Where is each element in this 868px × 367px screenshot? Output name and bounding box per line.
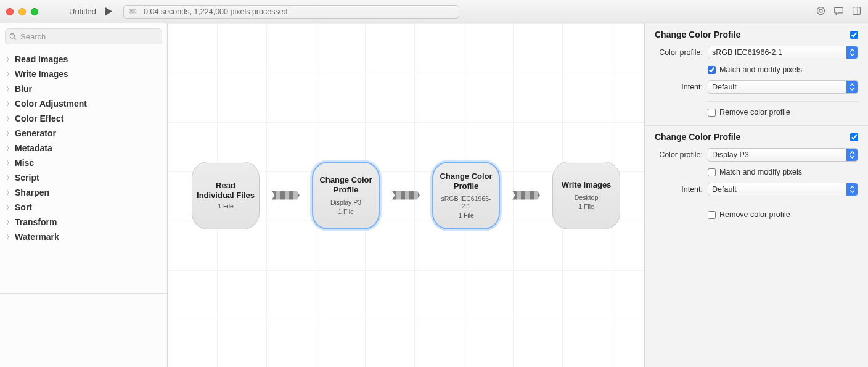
connector: [512, 191, 540, 200]
intent-value: Default: [712, 185, 737, 194]
intent-value: Default: [712, 83, 737, 91]
comment-icon[interactable]: [833, 6, 844, 18]
category-label: Metadata: [15, 143, 52, 153]
workflow-graph: Read Individual Files 1 File Change Colo…: [168, 23, 644, 367]
zoom-window-button[interactable]: [31, 8, 38, 15]
category-item[interactable]: 〉 Color Adjustment: [0, 96, 167, 111]
inspector-divider: [708, 204, 858, 204]
category-label: Blur: [15, 84, 32, 94]
search-box[interactable]: [5, 28, 162, 44]
category-label: Script: [15, 173, 39, 183]
workflow-node[interactable]: Change Color Profile Display P3 1 File: [312, 162, 380, 229]
category-label: Sort: [15, 202, 32, 212]
category-label: Sharpen: [15, 188, 49, 197]
dropdown-arrow-icon: [846, 183, 858, 196]
workflow-canvas[interactable]: Read Individual Files 1 File Change Colo…: [168, 23, 645, 367]
connector: [272, 191, 300, 200]
match-pixels-checkbox[interactable]: Match and modify pixels: [708, 65, 802, 74]
search-input[interactable]: [20, 32, 158, 41]
chevron-right-icon: 〉: [6, 144, 12, 153]
inspector-toggle-icon[interactable]: [851, 6, 862, 18]
node-count: 1 File: [578, 203, 594, 210]
category-label: Watermark: [15, 232, 59, 242]
remove-profile-checkbox[interactable]: Remove color profile: [708, 108, 790, 117]
category-item[interactable]: 〉 Transform: [0, 215, 167, 229]
play-icon: [105, 7, 113, 15]
minimize-window-button[interactable]: [18, 8, 26, 15]
connector: [392, 191, 420, 200]
workflow-node[interactable]: Read Individual Files 1 File: [192, 162, 260, 229]
node-count: 1 File: [218, 202, 234, 210]
profile-label: Color profile:: [655, 48, 703, 57]
category-label: Misc: [15, 158, 34, 168]
remove-profile-label: Remove color profile: [719, 210, 790, 219]
category-item[interactable]: 〉 Generator: [0, 126, 167, 141]
color-profile-select[interactable]: sRGB IEC61966-2.1: [708, 46, 858, 59]
remove-profile-checkbox[interactable]: Remove color profile: [708, 210, 790, 219]
run-button[interactable]: [102, 6, 115, 18]
chevron-right-icon: 〉: [6, 218, 12, 227]
category-item[interactable]: 〉 Watermark: [0, 229, 167, 244]
chevron-right-icon: 〉: [6, 203, 12, 212]
chevron-right-icon: 〉: [6, 99, 12, 109]
inspector-section: Change Color Profile Color profile: Disp…: [645, 126, 868, 228]
workflow-node[interactable]: Change Color Profile sRGB IEC61966-2.1 1…: [432, 162, 500, 229]
chevron-right-icon: 〉: [6, 173, 12, 183]
chevron-right-icon: 〉: [6, 85, 12, 94]
remove-profile-label: Remove color profile: [719, 108, 790, 117]
dropdown-arrow-icon: [846, 149, 858, 161]
match-pixels-label: Match and modify pixels: [719, 168, 802, 176]
workflow-node[interactable]: Write Images Desktop 1 File: [552, 162, 620, 229]
section-enable-checkbox[interactable]: [850, 133, 858, 141]
search-icon: [9, 33, 17, 41]
node-title: Change Color Profile: [437, 171, 495, 192]
category-item[interactable]: 〉 Script: [0, 170, 167, 185]
category-item[interactable]: 〉 Metadata: [0, 141, 167, 155]
inspector-heading: Change Color Profile: [655, 132, 740, 142]
category-label: Generator: [15, 128, 56, 138]
chevron-right-icon: 〉: [6, 159, 12, 168]
window-controls: [6, 8, 38, 15]
svg-point-2: [817, 7, 825, 14]
category-item[interactable]: 〉 Color Effect: [0, 111, 167, 126]
svg-line-7: [14, 38, 16, 39]
intent-select[interactable]: Default: [708, 80, 858, 94]
category-label: Write Images: [15, 69, 68, 79]
node-subtitle: sRGB IEC61966-2.1: [437, 195, 495, 210]
chevron-right-icon: 〉: [6, 70, 12, 79]
category-label: Color Adjustment: [15, 99, 87, 109]
chevron-right-icon: 〉: [6, 233, 12, 242]
svg-point-6: [10, 33, 14, 38]
category-item[interactable]: 〉 Sort: [0, 200, 167, 215]
match-pixels-label: Match and modify pixels: [719, 65, 802, 74]
node-count: 1 File: [458, 212, 474, 219]
color-profile-select[interactable]: Display P3: [708, 148, 858, 162]
section-enable-checkbox[interactable]: [850, 31, 858, 39]
chevron-right-icon: 〉: [6, 55, 12, 64]
inspector-heading: Change Color Profile: [655, 30, 740, 39]
category-list: 〉 Read Images〉 Write Images〉 Blur〉 Color…: [0, 49, 167, 247]
match-pixels-checkbox[interactable]: Match and modify pixels: [708, 168, 802, 176]
inspector-divider: [708, 101, 858, 102]
node-subtitle: Display P3: [330, 199, 361, 206]
status-bar: 0.04 seconds, 1,224,000 pixels processed: [123, 5, 459, 19]
node-subtitle: Desktop: [575, 194, 599, 201]
category-item[interactable]: 〉 Blur: [0, 81, 167, 96]
close-window-button[interactable]: [6, 8, 14, 15]
dropdown-arrow-icon: [846, 81, 858, 93]
category-item[interactable]: 〉 Write Images: [0, 67, 167, 81]
toolbar-right: [816, 6, 862, 18]
sidebar: 〉 Read Images〉 Write Images〉 Blur〉 Color…: [0, 23, 168, 367]
chevron-right-icon: 〉: [6, 129, 12, 138]
svg-rect-4: [853, 7, 861, 14]
document-title: Untitled: [69, 7, 96, 16]
svg-point-3: [819, 9, 822, 12]
category-item[interactable]: 〉 Read Images: [0, 52, 167, 67]
color-profile-value: sRGB IEC61966-2.1: [712, 48, 782, 57]
inspector-section: Change Color Profile Color profile: sRGB…: [645, 23, 868, 126]
preview-icon[interactable]: [816, 6, 826, 18]
intent-select[interactable]: Default: [708, 183, 858, 196]
category-item[interactable]: 〉 Sharpen: [0, 185, 167, 200]
category-item[interactable]: 〉 Misc: [0, 155, 167, 170]
category-label: Transform: [15, 217, 57, 227]
